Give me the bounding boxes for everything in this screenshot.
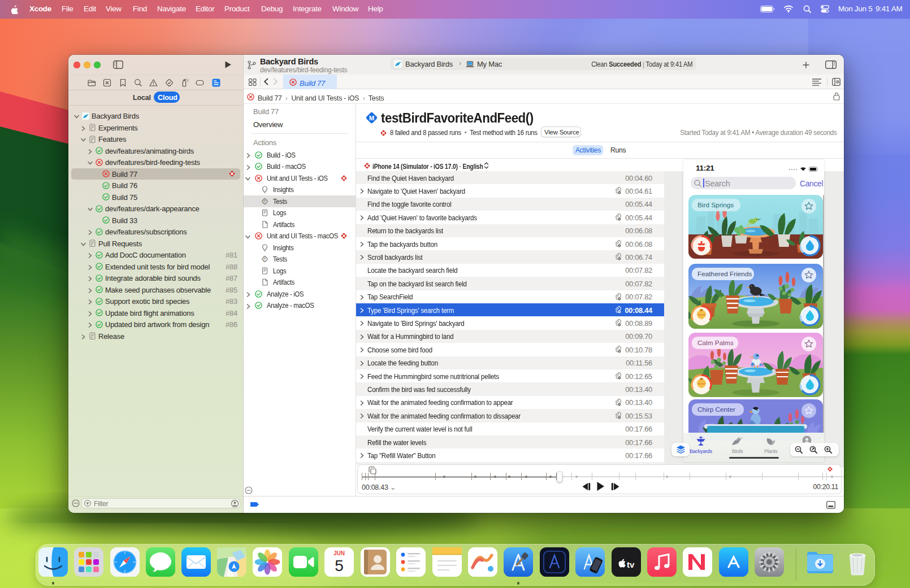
svg-text:JUN: JUN (333, 550, 345, 556)
svg-text:tv: tv (627, 560, 635, 569)
svg-text:5: 5 (335, 557, 344, 574)
svg-text:P: P (263, 199, 266, 203)
svg-text:P: P (263, 257, 266, 261)
svg-text:Chirp Center: Chirp Center (697, 406, 735, 413)
svg-text:Bird Springs: Bird Springs (697, 201, 734, 209)
svg-text:M: M (369, 115, 374, 121)
svg-text:Calm Palms: Calm Palms (697, 339, 734, 347)
svg-text:Feathered Friends: Feathered Friends (697, 270, 752, 278)
